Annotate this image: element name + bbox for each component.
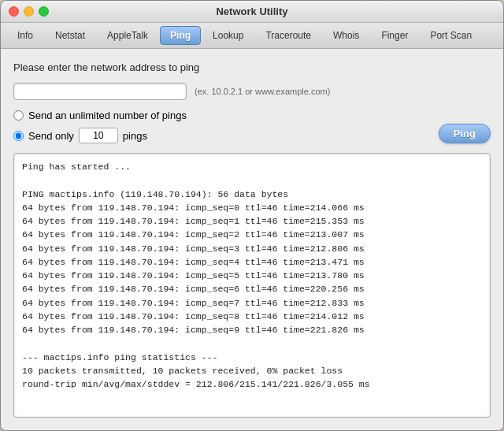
address-input[interactable] (13, 83, 187, 100)
send-only-radio-row: Send only pings (13, 128, 187, 143)
tab-whois[interactable]: Whois (323, 26, 369, 45)
ping-count-input[interactable] (79, 128, 118, 143)
maximize-button[interactable] (39, 6, 49, 17)
tab-port-scan[interactable]: Port Scan (420, 26, 482, 45)
minimize-button[interactable] (24, 6, 34, 17)
window: Network Utility Info Netstat AppleTalk P… (0, 0, 504, 431)
titlebar-buttons (9, 6, 49, 17)
tab-finger[interactable]: Finger (371, 26, 418, 45)
unlimited-label[interactable]: Send an unlimited number of pings (28, 110, 187, 121)
controls-and-button: Send an unlimited number of pings Send o… (13, 110, 491, 143)
address-row: (ex. 10.0.2.1 or www.example.com) (13, 83, 491, 100)
address-section-label: Please enter the network address to ping (13, 61, 491, 73)
close-button[interactable] (9, 6, 19, 17)
unlimited-radio[interactable] (13, 110, 24, 121)
tab-bar: Info Netstat AppleTalk Ping Lookup Trace… (1, 23, 503, 49)
tab-traceroute[interactable]: Traceroute (255, 26, 321, 45)
tab-info[interactable]: Info (7, 26, 43, 45)
pings-label: pings (123, 130, 147, 142)
titlebar: Network Utility (1, 1, 503, 23)
tab-netstat[interactable]: Netstat (45, 26, 95, 45)
send-only-label[interactable]: Send only (28, 130, 74, 142)
window-title: Network Utility (216, 6, 287, 17)
address-hint: (ex. 10.0.2.1 or www.example.com) (195, 87, 330, 96)
tab-lookup[interactable]: Lookup (202, 26, 254, 45)
unlimited-radio-row: Send an unlimited number of pings (13, 110, 187, 121)
ping-button[interactable]: Ping (439, 124, 491, 143)
content-area: Please enter the network address to ping… (1, 49, 503, 430)
send-only-radio[interactable] (13, 131, 24, 141)
radio-section: Send an unlimited number of pings Send o… (13, 110, 187, 143)
tab-appletalk[interactable]: AppleTalk (97, 26, 158, 45)
ping-output: Ping has started ... PING mactips.info (… (13, 153, 491, 418)
tab-ping[interactable]: Ping (160, 26, 201, 45)
